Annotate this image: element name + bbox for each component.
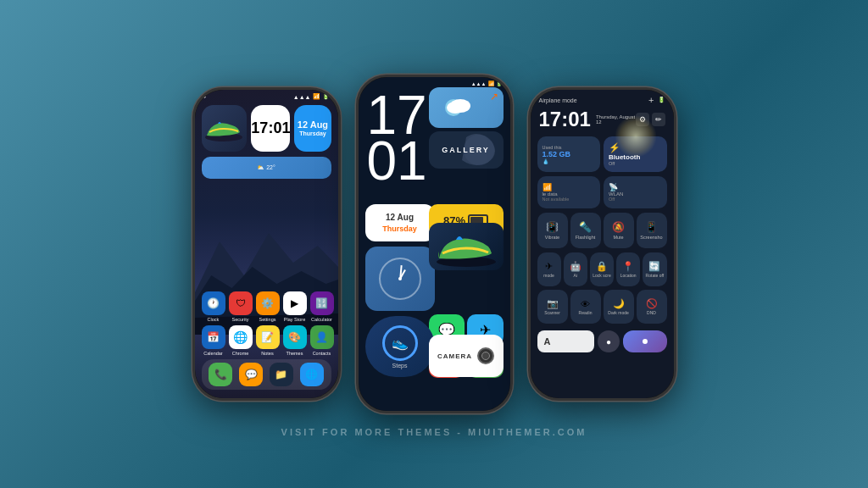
p2-gallery[interactable]: GALLERY bbox=[429, 131, 504, 169]
edit-btn-p3[interactable]: ✏ bbox=[652, 113, 665, 126]
p3-ctrl-row2: ✈ mode 🤖 Ai 🔒 Lock scre 📍 Location 🔄 bbox=[531, 251, 674, 288]
airplane-btn[interactable]: ✈ mode bbox=[537, 252, 561, 286]
p2-shoe-widget[interactable] bbox=[429, 223, 504, 270]
p2-steps-widget[interactable]: 👟 Steps bbox=[365, 316, 435, 377]
reading-btn[interactable]: 👁 Readin bbox=[570, 290, 601, 324]
p3-top-bar: Airplane mode + 🔋 bbox=[531, 90, 674, 107]
plus-button[interactable]: + bbox=[648, 95, 654, 105]
gallery-label: GALLERY bbox=[442, 146, 490, 154]
app-grid-left: 🕐 Clock 🛡 Security ⚙️ Settings ▶ Play St… bbox=[202, 291, 331, 390]
airplane-mode-label: Airplane mode bbox=[539, 97, 577, 103]
app-contacts[interactable]: 👤 Contacts bbox=[310, 325, 334, 356]
bluetooth-tile[interactable]: ⚡ Bluetooth Off bbox=[604, 136, 667, 172]
p3-music-btn[interactable] bbox=[623, 330, 667, 352]
app-themes[interactable]: 🎨 Themes bbox=[283, 325, 307, 356]
p3-ctrl-row1: 📳 Vibrate 🔦 Flashlight 🔕 Mute 📱 Screensh… bbox=[531, 210, 674, 251]
p2-date-widget[interactable]: 12 Aug Thursday bbox=[365, 204, 435, 241]
screenshot-btn[interactable]: 📱 Screensho bbox=[637, 213, 667, 248]
p2-weather[interactable]: ↗ bbox=[429, 87, 504, 128]
settings-btn-p3[interactable]: ⚙ bbox=[636, 113, 649, 126]
p3-time-row: 17:01 Thursday, August 12 ⚙ ✏ bbox=[531, 107, 674, 134]
app-notes[interactable]: 📝 Notes bbox=[256, 325, 280, 356]
p3-text-input[interactable]: A bbox=[537, 330, 595, 352]
dock-messages[interactable]: 💬 bbox=[239, 363, 263, 386]
wlan-tile[interactable]: 📡 WLAN Off bbox=[604, 176, 667, 208]
clock-widget-small[interactable]: 17:01 bbox=[251, 105, 290, 152]
flashlight-btn[interactable]: 🔦 Flashlight bbox=[570, 213, 601, 248]
rotate-btn[interactable]: 🔄 Rotate off bbox=[643, 252, 666, 286]
p3-input-row: A ● bbox=[531, 327, 674, 356]
p2-clock-widget[interactable] bbox=[365, 247, 435, 311]
darkmode-btn[interactable]: 🌙 Dark mode bbox=[604, 290, 634, 324]
phone-left-screen: ● ▲▲▲ 📶 🔋 bbox=[195, 90, 338, 398]
data-tile[interactable]: Used this 1.52 GB 💧 bbox=[537, 136, 601, 172]
phone-right: Airplane mode + 🔋 17:01 Thursday, August… bbox=[528, 87, 676, 401]
phone-middle-screen: ▲▲▲📶🔋 17 01 ↗ bbox=[359, 77, 510, 411]
p2-clock-face bbox=[379, 258, 421, 300]
shoe-widget-left[interactable] bbox=[202, 105, 248, 152]
p2-camera-widget[interactable]: CAMERA bbox=[429, 335, 504, 377]
vibrate-btn[interactable]: 📳 Vibrate bbox=[537, 213, 568, 248]
phone-middle: ▲▲▲📶🔋 17 01 ↗ bbox=[356, 75, 513, 413]
mute-btn[interactable]: 🔕 Mute bbox=[604, 213, 634, 248]
dnd-btn[interactable]: 🚫 DND bbox=[637, 290, 667, 324]
scanner-btn[interactable]: 📷 Scanner bbox=[537, 290, 568, 324]
date-widget-small[interactable]: 12 Aug Thursday bbox=[294, 105, 331, 152]
phone-right-screen: Airplane mode + 🔋 17:01 Thursday, August… bbox=[531, 90, 674, 398]
dock-bar: 📞 💬 📁 🌐 bbox=[202, 359, 331, 390]
lockscreen-btn[interactable]: 🔒 Lock scre bbox=[590, 252, 614, 286]
p3-time: 17:01 bbox=[539, 108, 591, 131]
status-bar-middle: ▲▲▲📶🔋 bbox=[359, 77, 510, 88]
app-security[interactable]: 🛡 Security bbox=[229, 291, 253, 322]
dock-phone[interactable]: 📞 bbox=[209, 363, 232, 386]
app-chrome[interactable]: 🌐 Chrome bbox=[229, 325, 253, 356]
app-calendar[interactable]: 📅 Calendar bbox=[202, 325, 225, 356]
app-playstore[interactable]: ▶ Play Store bbox=[283, 291, 307, 322]
p3-quick-tiles: Used this 1.52 GB 💧 ⚡ Bluetooth Off bbox=[531, 134, 674, 175]
status-bar-left: ● ▲▲▲ 📶 🔋 bbox=[195, 90, 338, 102]
p3-ctrl-row3: 📷 Scanner 👁 Readin 🌙 Dark mode 🚫 DND bbox=[531, 288, 674, 325]
dock-files[interactable]: 📁 bbox=[270, 363, 293, 386]
weather-widget-small[interactable]: ⛅ 22° bbox=[202, 157, 331, 179]
app-settings[interactable]: ⚙️ Settings bbox=[256, 291, 280, 322]
phone-left: ● ▲▲▲ 📶 🔋 bbox=[192, 87, 341, 401]
ai-btn[interactable]: 🤖 Ai bbox=[564, 252, 587, 286]
p3-circle-btn[interactable]: ● bbox=[598, 330, 620, 352]
svg-point-6 bbox=[447, 102, 464, 114]
p2-widgets-right: ↗ GALLERY bbox=[429, 87, 504, 169]
p3-date: Thursday, August 12 bbox=[596, 114, 636, 125]
app-clock[interactable]: 🕐 Clock bbox=[202, 291, 225, 322]
location-btn[interactable]: 📍 Location bbox=[616, 252, 640, 286]
mobile-data-tile[interactable]: 📶 le data Not available bbox=[537, 176, 601, 208]
phones-container: ● ▲▲▲ 📶 🔋 bbox=[184, 0, 685, 488]
p3-quick-row2: 📶 le data Not available 📡 WLAN Off bbox=[531, 175, 674, 210]
watermark: VISIT FOR MORE THEMES - MIUITHEMER.COM bbox=[281, 427, 587, 437]
battery-p3: 🔋 bbox=[658, 97, 665, 103]
app-calculator[interactable]: 🔢 Calculator bbox=[310, 291, 334, 322]
dock-browser[interactable]: 🌐 bbox=[300, 363, 324, 386]
p2-big-clock: 17 01 bbox=[367, 92, 427, 185]
